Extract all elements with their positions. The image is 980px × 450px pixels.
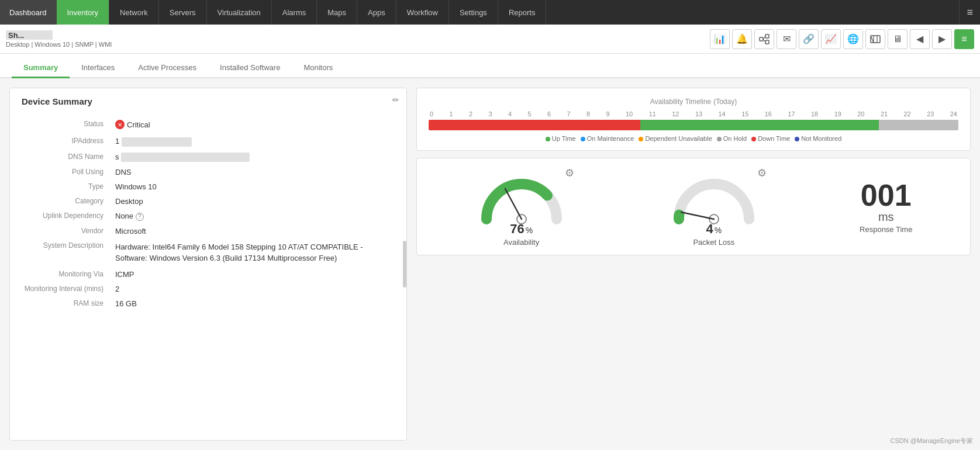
tab-monitors[interactable]: Monitors bbox=[292, 58, 344, 78]
scroll-indicator bbox=[403, 241, 406, 288]
alert-icon-button[interactable]: 🔔 bbox=[732, 29, 752, 49]
right-panel: Availability Timeline (Today) 01 23 45 6… bbox=[416, 88, 971, 441]
field-label-interval: Monitoring Interval (mins) bbox=[22, 282, 115, 296]
field-value-ram: 16 GB bbox=[115, 296, 395, 311]
device-name: Sh... bbox=[6, 30, 53, 40]
timeline-hours: 01 23 45 67 89 1011 1213 1415 1617 1819 … bbox=[429, 110, 958, 117]
help-icon[interactable]: ? bbox=[136, 213, 144, 221]
map-icon-button[interactable] bbox=[865, 29, 885, 49]
nav-workflow[interactable]: Workflow bbox=[396, 0, 449, 25]
field-value-status: Critical bbox=[115, 117, 395, 134]
legend-dot-notmonitored bbox=[795, 137, 799, 141]
field-label-poll: Poll Using bbox=[22, 165, 115, 179]
field-value-type: Windows 10 bbox=[115, 179, 395, 194]
field-label-category: Category bbox=[22, 194, 115, 209]
packet-loss-gauge: ⚙ 4 % Packet Loss bbox=[667, 167, 761, 247]
table-row: RAM size 16 GB bbox=[22, 296, 395, 311]
legend-uptime: Up Time bbox=[546, 135, 576, 142]
link-icon-button[interactable]: 🔗 bbox=[799, 29, 819, 49]
chart-icon-button[interactable]: 📊 bbox=[710, 29, 730, 49]
main-content: Device Summary ✏ Status Critical IPAddre… bbox=[0, 78, 980, 450]
status-text: Critical bbox=[127, 120, 150, 129]
availability-gauge-icon[interactable]: ⚙ bbox=[565, 167, 574, 179]
edit-icon[interactable]: ✏ bbox=[392, 95, 399, 105]
timeline-segment-green bbox=[640, 120, 879, 130]
tab-summary[interactable]: Summary bbox=[12, 58, 70, 78]
nav-settings[interactable]: Settings bbox=[449, 0, 498, 25]
device-title-block: Sh... Desktop | Windows 10 | SNMP | WMI bbox=[6, 30, 112, 48]
table-row: Vendor Microsoft bbox=[22, 224, 395, 238]
nav-maps[interactable]: Maps bbox=[317, 0, 357, 25]
table-row: Status Critical bbox=[22, 117, 395, 134]
field-label-ip: IPAddress bbox=[22, 134, 115, 150]
field-label-monvia: Monitoring Via bbox=[22, 267, 115, 282]
response-time-block: 001 ms Response Time bbox=[860, 180, 912, 234]
screen-icon-button[interactable]: 🖥 bbox=[888, 29, 907, 49]
table-row: DNS Name s bbox=[22, 150, 395, 165]
packet-loss-value: 4 bbox=[706, 221, 713, 237]
availability-unit: % bbox=[526, 226, 533, 235]
timeline-legend: Up Time On Maintenance Dependent Unavail… bbox=[429, 135, 958, 142]
nav-virtualization[interactable]: Virtualization bbox=[207, 0, 272, 25]
legend-maintenance: On Maintenance bbox=[581, 135, 634, 142]
availability-timeline-card: Availability Timeline (Today) 01 23 45 6… bbox=[416, 88, 971, 151]
svg-rect-2 bbox=[765, 40, 769, 44]
field-value-uplink: None ? bbox=[115, 209, 395, 224]
response-time-value: 001 bbox=[861, 180, 912, 210]
device-summary-panel: Device Summary ✏ Status Critical IPAddre… bbox=[9, 88, 407, 441]
timeline-segment-red bbox=[429, 120, 640, 130]
next-button[interactable]: ▶ bbox=[932, 29, 952, 49]
hamburger-menu-button[interactable]: ≡ bbox=[959, 0, 980, 25]
field-value-vendor: Microsoft bbox=[115, 224, 395, 238]
packet-loss-gauge-svg bbox=[667, 167, 761, 225]
svg-rect-0 bbox=[760, 37, 763, 41]
tabs-bar: Summary Interfaces Active Processes Inst… bbox=[0, 54, 980, 78]
nav-inventory[interactable]: Inventory bbox=[57, 0, 109, 25]
menu-button[interactable]: ≡ bbox=[954, 29, 974, 49]
timeline-segment-gray bbox=[879, 120, 958, 130]
field-value-sysdesc: Hardware: Intel64 Family 6 Model 158 Ste… bbox=[115, 238, 395, 267]
table-row: IPAddress 1 bbox=[22, 134, 395, 150]
legend-dot-uptime bbox=[546, 137, 550, 141]
graph-icon-button[interactable]: 📈 bbox=[821, 29, 841, 49]
dependency-icon bbox=[759, 34, 769, 44]
dependency-icon-button[interactable] bbox=[754, 29, 774, 49]
table-row: Type Windows 10 bbox=[22, 179, 395, 194]
legend-downtime: Down Time bbox=[751, 135, 790, 142]
legend-dot-downtime bbox=[751, 137, 756, 141]
tab-interfaces[interactable]: Interfaces bbox=[70, 58, 126, 78]
legend-dot-dependent bbox=[639, 137, 643, 141]
dns-name-blurred bbox=[121, 153, 250, 162]
response-time-label: Response Time bbox=[860, 225, 912, 234]
critical-icon bbox=[115, 120, 125, 129]
top-navigation: Dashboard Inventory Network Servers Virt… bbox=[0, 0, 980, 25]
nav-network[interactable]: Network bbox=[109, 0, 159, 25]
svg-rect-1 bbox=[765, 34, 769, 38]
field-label-type: Type bbox=[22, 179, 115, 194]
field-value-poll: DNS bbox=[115, 165, 395, 179]
svg-line-10 bbox=[505, 189, 522, 219]
nav-alarms[interactable]: Alarms bbox=[272, 0, 317, 25]
availability-label: Availability bbox=[503, 238, 539, 247]
availability-gauge-svg bbox=[475, 167, 568, 225]
field-label-ram: RAM size bbox=[22, 296, 115, 311]
nav-servers[interactable]: Servers bbox=[159, 0, 207, 25]
globe-icon-button[interactable]: 🌐 bbox=[843, 29, 863, 49]
legend-notmonitored: Not Monitored bbox=[795, 135, 841, 142]
nav-dashboard[interactable]: Dashboard bbox=[0, 0, 57, 25]
sub-toolbar: Sh... Desktop | Windows 10 | SNMP | WMI … bbox=[0, 25, 980, 54]
ip-address-blurred bbox=[122, 137, 192, 147]
table-row: Category Desktop bbox=[22, 194, 395, 209]
email-icon-button[interactable]: ✉ bbox=[777, 29, 796, 49]
packet-loss-label: Packet Loss bbox=[693, 238, 734, 247]
nav-apps[interactable]: Apps bbox=[357, 0, 396, 25]
status-badge: Critical bbox=[115, 120, 150, 129]
availability-value-row: 76 % bbox=[510, 219, 533, 237]
packet-loss-gauge-icon[interactable]: ⚙ bbox=[757, 167, 767, 179]
tab-active-processes[interactable]: Active Processes bbox=[126, 58, 208, 78]
tab-installed-software[interactable]: Installed Software bbox=[208, 58, 292, 78]
field-value-dns: s bbox=[115, 150, 395, 165]
prev-button[interactable]: ◀ bbox=[910, 29, 930, 49]
nav-reports[interactable]: Reports bbox=[498, 0, 547, 25]
field-value-category: Desktop bbox=[115, 194, 395, 209]
